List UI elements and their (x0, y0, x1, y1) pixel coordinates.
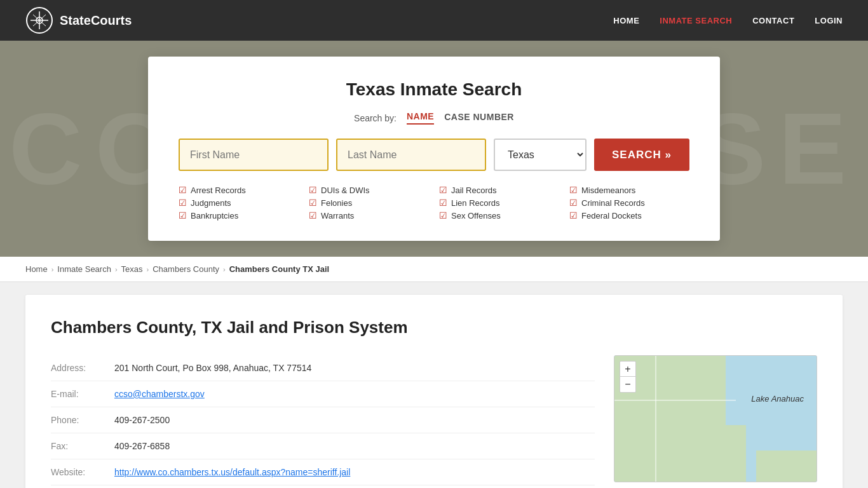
breadcrumb: Home › Inmate Search › Texas › Chambers … (0, 257, 868, 282)
checkbox-judgments: ☑ Judgments (179, 198, 299, 208)
checkbox-federal-dockets: ☑ Federal Dockets (569, 210, 689, 220)
search-by-row: Search by: NAME CASE NUMBER (179, 111, 689, 125)
nav-contact[interactable]: CONTACT (752, 16, 794, 25)
checkbox-felonies: ☑ Felonies (309, 198, 429, 208)
tab-name[interactable]: NAME (407, 111, 434, 125)
checkbox-warrants: ☑ Warrants (309, 210, 429, 220)
checkbox-jail-records: ☑ Jail Records (439, 185, 559, 195)
checkbox-label-2: DUIs & DWIs (321, 186, 370, 195)
check-icon-3: ☑ (439, 185, 447, 195)
website-row: Website: http://www.co.chambers.tx.us/de… (51, 459, 595, 485)
breadcrumb-chambers-county[interactable]: Chambers County (153, 264, 219, 274)
breadcrumb-sep-2: › (115, 266, 118, 273)
breadcrumb-texas[interactable]: Texas (121, 264, 143, 274)
map-zoom-out[interactable]: − (620, 377, 635, 392)
address-label: Address: (51, 363, 114, 373)
check-icon-6: ☑ (309, 198, 317, 208)
checkbox-label-12: Federal Dockets (581, 211, 642, 220)
checkbox-label-6: Felonies (321, 198, 352, 208)
checkbox-label-1: Arrest Records (191, 186, 246, 195)
map-land-south (614, 425, 746, 482)
phone-row: Phone: 409-267-2500 (51, 407, 595, 433)
map-side: + − Lake Anahuac (614, 355, 817, 485)
map-container: + − Lake Anahuac (614, 355, 817, 482)
checkbox-label-11: Sex Offenses (451, 211, 501, 220)
checkbox-duis-dwis: ☑ DUIs & DWIs (309, 185, 429, 195)
search-card: Texas Inmate Search Search by: NAME CASE… (148, 57, 720, 241)
last-name-input[interactable] (336, 139, 486, 171)
checkbox-label-4: Misdemeanors (581, 186, 635, 195)
map-zoom-in[interactable]: + (620, 362, 635, 377)
address-value: 201 North Court, Po Box 998, Anahuac, TX… (114, 363, 311, 373)
logo-icon (25, 6, 53, 34)
checkbox-label-9: Bankruptcies (191, 211, 238, 220)
breadcrumb-sep-1: › (51, 266, 54, 273)
check-icon-5: ☑ (179, 198, 187, 208)
map-zoom-controls: + − (620, 361, 636, 393)
check-icon-1: ☑ (179, 185, 187, 195)
breadcrumb-current: Chambers County TX Jail (229, 264, 329, 274)
nav-login[interactable]: LOGIN (815, 16, 843, 25)
email-value: ccso@chamberstx.gov (114, 389, 205, 399)
checkbox-label-10: Warrants (321, 211, 354, 220)
check-icon-2: ☑ (309, 185, 317, 195)
fax-row: Fax: 409-267-6858 (51, 433, 595, 459)
content-section: Chambers County, TX Jail and Prison Syst… (25, 295, 843, 488)
checkbox-label-8: Criminal Records (581, 198, 645, 208)
checkbox-sex-offenses: ☑ Sex Offenses (439, 210, 559, 220)
nav-home[interactable]: HOME (613, 16, 639, 25)
facility-title: Chambers County, TX Jail and Prison Syst… (51, 318, 817, 337)
checkbox-label-7: Lien Records (451, 198, 500, 208)
map-road-v (655, 356, 656, 482)
info-table: Address: 201 North Court, Po Box 998, An… (51, 355, 595, 485)
check-icon-4: ☑ (569, 185, 578, 195)
header: StateCourts HOME INMATE SEARCH CONTACT L… (0, 0, 868, 41)
search-inputs-row: Texas Alabama Alaska California Florida … (179, 139, 689, 171)
breadcrumb-home[interactable]: Home (25, 264, 48, 274)
checkbox-lien-records: ☑ Lien Records (439, 198, 559, 208)
map-water-label: Lake Anahuac (751, 394, 804, 403)
check-icon-8: ☑ (569, 198, 578, 208)
search-title: Texas Inmate Search (179, 79, 689, 100)
state-select[interactable]: Texas Alabama Alaska California Florida … (494, 139, 587, 171)
phone-value: 409-267-2500 (114, 415, 170, 425)
map-land-east (756, 451, 817, 482)
search-button[interactable]: SEARCH » (594, 139, 689, 171)
phone-label: Phone: (51, 415, 114, 425)
site-name: StateCourts (60, 13, 132, 28)
breadcrumb-inmate-search[interactable]: Inmate Search (57, 264, 111, 274)
website-label: Website: (51, 467, 114, 477)
checkbox-grid: ☑ Arrest Records ☑ DUIs & DWIs ☑ Jail Re… (179, 185, 689, 220)
breadcrumb-sep-4: › (223, 266, 226, 273)
check-icon-7: ☑ (439, 198, 447, 208)
email-link[interactable]: ccso@chamberstx.gov (114, 389, 205, 399)
check-icon-10: ☑ (309, 210, 317, 220)
logo-area[interactable]: StateCourts (25, 6, 132, 34)
tab-case-number[interactable]: CASE NUMBER (444, 112, 514, 124)
hero-section: COURTHOUSE Texas Inmate Search Search by… (0, 41, 868, 257)
website-value: http://www.co.chambers.tx.us/default.asp… (114, 467, 350, 477)
map-road-h (614, 400, 736, 401)
checkbox-arrest-records: ☑ Arrest Records (179, 185, 299, 195)
check-icon-12: ☑ (569, 210, 578, 220)
first-name-input[interactable] (179, 139, 329, 171)
website-link[interactable]: http://www.co.chambers.tx.us/default.asp… (114, 467, 350, 477)
checkbox-label-3: Jail Records (451, 186, 497, 195)
search-by-label: Search by: (354, 113, 397, 123)
email-row: E-mail: ccso@chamberstx.gov (51, 381, 595, 407)
checkbox-misdemeanors: ☑ Misdemeanors (569, 185, 689, 195)
nav-inmate-search[interactable]: INMATE SEARCH (660, 16, 732, 25)
info-side: Address: 201 North Court, Po Box 998, An… (51, 355, 595, 485)
email-label: E-mail: (51, 389, 114, 399)
address-row: Address: 201 North Court, Po Box 998, An… (51, 355, 595, 381)
checkbox-label-5: Judgments (191, 198, 231, 208)
breadcrumb-sep-3: › (147, 266, 149, 273)
check-icon-11: ☑ (439, 210, 447, 220)
checkbox-criminal-records: ☑ Criminal Records (569, 198, 689, 208)
check-icon-9: ☑ (179, 210, 187, 220)
content-body: Address: 201 North Court, Po Box 998, An… (51, 355, 817, 485)
fax-label: Fax: (51, 441, 114, 451)
main-nav: HOME INMATE SEARCH CONTACT LOGIN (613, 15, 843, 26)
fax-value: 409-267-6858 (114, 441, 170, 451)
checkbox-bankruptcies: ☑ Bankruptcies (179, 210, 299, 220)
